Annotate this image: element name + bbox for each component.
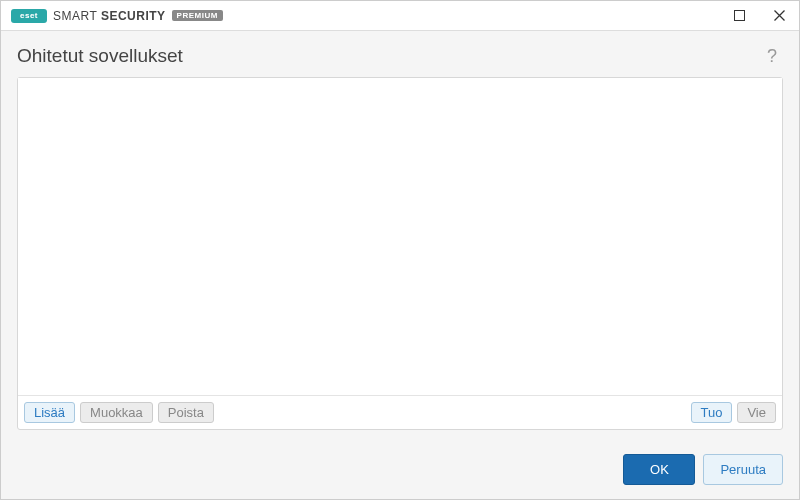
titlebar: eset SMART SECURITY PREMIUM: [1, 1, 799, 31]
brand-badge: PREMIUM: [172, 10, 223, 21]
brand-text: SMART SECURITY: [53, 9, 166, 23]
import-button[interactable]: Tuo: [691, 402, 733, 423]
brand-text-light: SMART: [53, 9, 97, 23]
export-button: Vie: [737, 402, 776, 423]
help-button[interactable]: ?: [761, 46, 783, 67]
edit-button: Muokkaa: [80, 402, 153, 423]
header-row: Ohitetut sovellukset ?: [17, 45, 783, 67]
applications-listbox[interactable]: [18, 78, 782, 395]
brand: eset SMART SECURITY PREMIUM: [11, 9, 719, 23]
add-button[interactable]: Lisää: [24, 402, 75, 423]
brand-logo-icon: eset: [11, 9, 47, 23]
page-title: Ohitetut sovellukset: [17, 45, 761, 67]
window-controls: [719, 1, 799, 31]
content-area: Ohitetut sovellukset ? Lisää Muokkaa Poi…: [1, 31, 799, 440]
help-icon: ?: [767, 46, 777, 66]
footer: OK Peruuta: [1, 440, 799, 499]
brand-text-bold: SECURITY: [101, 9, 166, 23]
maximize-button[interactable]: [719, 1, 759, 31]
ok-button[interactable]: OK: [623, 454, 695, 485]
maximize-icon: [734, 10, 745, 21]
list-panel: Lisää Muokkaa Poista Tuo Vie: [17, 77, 783, 430]
close-button[interactable]: [759, 1, 799, 31]
cancel-button[interactable]: Peruuta: [703, 454, 783, 485]
svg-rect-0: [734, 11, 744, 21]
delete-button: Poista: [158, 402, 214, 423]
close-icon: [774, 10, 785, 21]
app-window: eset SMART SECURITY PREMIUM Ohitetut sov…: [0, 0, 800, 500]
panel-toolbar: Lisää Muokkaa Poista Tuo Vie: [18, 395, 782, 429]
